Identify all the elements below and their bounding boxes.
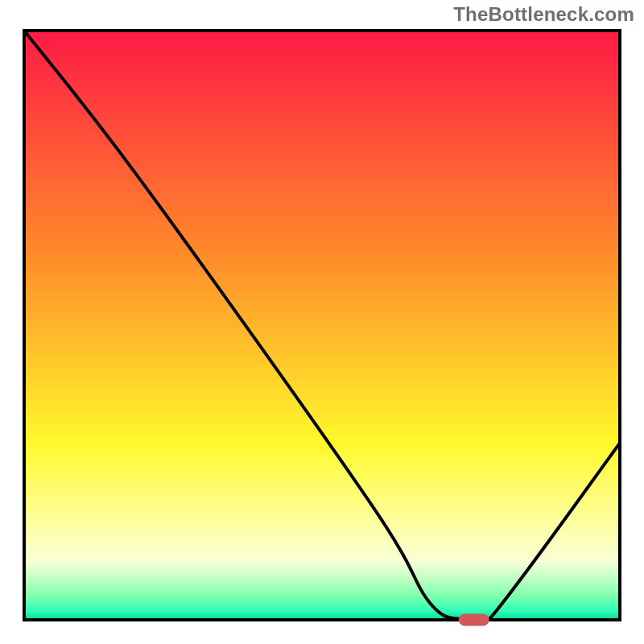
gradient-background <box>24 31 620 620</box>
bottleneck-chart <box>0 0 644 644</box>
chart-container: TheBottleneck.com <box>0 0 644 644</box>
optimal-marker <box>459 614 489 625</box>
attribution-label: TheBottleneck.com <box>453 3 634 26</box>
